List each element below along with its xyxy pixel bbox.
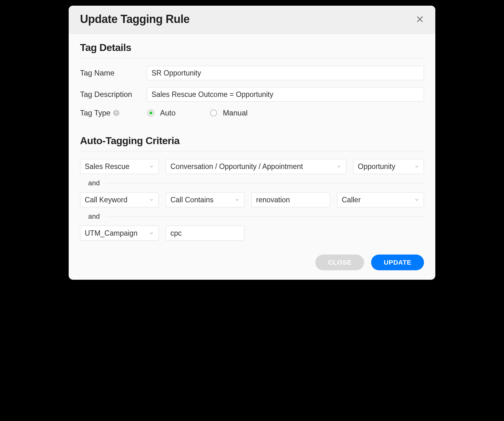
chevron-down-icon xyxy=(149,197,154,202)
chevron-down-icon xyxy=(235,197,240,202)
criteria-value-select[interactable]: Opportunity xyxy=(353,159,424,174)
tag-name-input[interactable] xyxy=(147,66,424,80)
update-tagging-rule-modal: Update Tagging Rule Tag Details Tag Name… xyxy=(69,6,435,280)
modal-header: Update Tagging Rule xyxy=(69,6,435,34)
close-button[interactable]: CLOSE xyxy=(315,255,364,270)
chevron-down-icon xyxy=(414,164,419,169)
chevron-down-icon xyxy=(149,231,154,236)
criteria-operator-select[interactable]: Call Contains xyxy=(166,192,244,207)
tag-type-manual-label: Manual xyxy=(223,109,248,117)
tag-type-radio-group: Auto Manual xyxy=(147,109,248,117)
help-icon[interactable]: ? xyxy=(113,110,119,116)
tag-description-row: Tag Description xyxy=(80,87,424,102)
select-value: Call Keyword xyxy=(85,196,128,204)
tag-description-label: Tag Description xyxy=(80,90,147,99)
tag-type-auto-radio[interactable]: Auto xyxy=(147,109,175,117)
modal-footer: CLOSE UPDATE xyxy=(80,255,424,270)
select-value: Call Contains xyxy=(170,196,214,204)
chevron-down-icon xyxy=(149,164,154,169)
criteria-connector: and xyxy=(80,179,424,187)
criteria-extra-select[interactable]: Caller xyxy=(337,192,424,207)
tag-type-manual-radio[interactable]: Manual xyxy=(210,109,248,117)
criteria-row: Sales Rescue Conversation / Opportunity … xyxy=(80,159,424,174)
criteria-field-select[interactable]: Call Keyword xyxy=(80,192,159,207)
update-button[interactable]: UPDATE xyxy=(371,255,424,270)
tag-name-label: Tag Name xyxy=(80,69,147,77)
select-value: Conversation / Opportunity / Appointment xyxy=(170,162,303,171)
connector-label: and xyxy=(88,179,100,187)
radio-unchecked-icon xyxy=(210,109,217,116)
chevron-down-icon xyxy=(414,197,419,202)
select-value: Caller xyxy=(342,196,361,204)
criteria-connector: and xyxy=(80,212,424,221)
connector-line xyxy=(106,183,424,183)
select-value: Sales Rescue xyxy=(85,162,129,171)
criteria-value-input[interactable] xyxy=(251,192,330,207)
modal-title: Update Tagging Rule xyxy=(80,13,190,26)
select-value: UTM_Campaign xyxy=(85,229,137,238)
criteria-row: UTM_Campaign xyxy=(80,226,424,241)
tag-type-auto-label: Auto xyxy=(160,109,175,117)
tag-type-label: Tag Type ? xyxy=(80,109,147,117)
modal-body: Tag Details Tag Name Tag Description Tag… xyxy=(69,34,435,280)
criteria-container: Sales Rescue Conversation / Opportunity … xyxy=(80,159,424,241)
section-divider xyxy=(80,151,424,151)
tag-description-input[interactable] xyxy=(147,87,424,102)
close-icon[interactable] xyxy=(416,15,424,23)
select-value: Opportunity xyxy=(358,162,395,171)
tag-type-label-text: Tag Type xyxy=(80,109,111,117)
radio-checked-icon xyxy=(147,109,154,116)
criteria-heading: Auto-Tagging Criteria xyxy=(80,135,424,147)
connector-label: and xyxy=(88,212,100,221)
criteria-field-select[interactable]: Sales Rescue xyxy=(80,159,159,174)
criteria-row: Call Keyword Call Contains Caller xyxy=(80,192,424,207)
section-divider xyxy=(80,58,424,58)
criteria-field-select[interactable]: UTM_Campaign xyxy=(80,226,159,241)
criteria-operator-select[interactable]: Conversation / Opportunity / Appointment xyxy=(166,159,346,174)
tag-name-row: Tag Name xyxy=(80,66,424,80)
connector-line xyxy=(106,216,424,217)
criteria-section: Auto-Tagging Criteria Sales Rescue Conve… xyxy=(80,135,424,241)
tag-details-heading: Tag Details xyxy=(80,42,424,53)
chevron-down-icon xyxy=(336,164,341,169)
tag-type-row: Tag Type ? Auto Manual xyxy=(80,109,424,117)
criteria-value-input[interactable] xyxy=(166,226,244,241)
